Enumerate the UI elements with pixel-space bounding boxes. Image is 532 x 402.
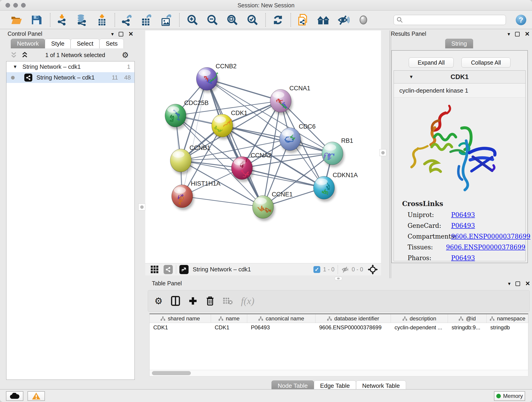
entry-expander-icon[interactable]: ▼ bbox=[409, 74, 413, 80]
panel-menu-icon[interactable]: ▾ bbox=[508, 281, 510, 287]
right-splitter-grip[interactable] bbox=[380, 149, 386, 156]
network-node-ccna1[interactable] bbox=[270, 89, 293, 115]
crosslink-link[interactable]: P06493 bbox=[451, 211, 475, 218]
network-edge[interactable] bbox=[182, 196, 263, 207]
network-node-ccne1[interactable] bbox=[253, 196, 275, 221]
help-icon[interactable]: ? bbox=[515, 13, 527, 26]
network-view-icon[interactable] bbox=[164, 265, 173, 274]
selected-checkbox-icon[interactable]: ✓ bbox=[313, 266, 320, 273]
save-session-icon[interactable] bbox=[30, 13, 43, 26]
import-network-file-icon[interactable] bbox=[56, 13, 69, 26]
table-cell[interactable]: P06493 bbox=[247, 323, 316, 332]
network-node-rb1[interactable] bbox=[322, 142, 344, 167]
network-graph[interactable]: CCNB2CCNA1CDC25BCDK1CDC6RB1CCNB1CCNA2CDK… bbox=[145, 31, 381, 263]
grid-view-icon[interactable] bbox=[150, 265, 159, 274]
panel-menu-icon[interactable]: ▾ bbox=[111, 31, 114, 37]
crosslink-link[interactable]: 9606.ENSP00000378699 bbox=[446, 244, 525, 251]
panel-close-icon[interactable]: ✕ bbox=[128, 31, 133, 38]
table-cell[interactable]: stringdb:9... bbox=[448, 323, 487, 332]
panel-close-icon[interactable]: ✕ bbox=[525, 280, 530, 287]
delete-icon[interactable] bbox=[206, 296, 215, 306]
search-input[interactable] bbox=[403, 16, 506, 24]
network-edge[interactable] bbox=[242, 168, 324, 188]
panel-float-icon[interactable] bbox=[119, 32, 123, 36]
export-table-icon[interactable] bbox=[140, 13, 152, 26]
table-cell[interactable]: 9606.ENSP00000378699 bbox=[316, 323, 391, 332]
network-node-cdk1[interactable] bbox=[212, 114, 234, 140]
table-cell[interactable]: CDK1 bbox=[150, 323, 211, 332]
zoom-fit-icon[interactable] bbox=[226, 13, 239, 26]
open-session-icon[interactable] bbox=[10, 13, 23, 26]
tree-expander-icon[interactable]: ▼ bbox=[13, 64, 17, 70]
import-network-database-icon[interactable] bbox=[75, 13, 88, 26]
network-node-cdc25b[interactable] bbox=[165, 104, 187, 129]
column-header-description[interactable]: description bbox=[391, 314, 448, 323]
warning-button[interactable] bbox=[27, 391, 45, 401]
network-node-hist1h1a[interactable] bbox=[172, 185, 194, 210]
clone-network-icon[interactable] bbox=[297, 13, 309, 26]
zoom-in-icon[interactable] bbox=[186, 13, 199, 26]
crosslink-link[interactable]: P06493 bbox=[451, 222, 475, 229]
import-table-icon[interactable] bbox=[95, 13, 108, 26]
columns-icon[interactable] bbox=[171, 296, 180, 306]
network-view-title: String Network – cdk1 bbox=[193, 266, 251, 273]
network-canvas[interactable]: CCNB2CCNA1CDC25BCDK1CDC6RB1CCNB1CCNA2CDK… bbox=[145, 31, 381, 263]
column-header-shared-name[interactable]: shared name bbox=[150, 314, 211, 323]
expand-all-icon[interactable] bbox=[21, 51, 29, 59]
delete-table-icon[interactable] bbox=[223, 297, 233, 305]
panel-menu-icon[interactable]: ▾ bbox=[507, 31, 510, 37]
export-image-icon[interactable] bbox=[160, 13, 172, 26]
gene-entry-header[interactable]: ▼ CDK1 bbox=[394, 70, 525, 83]
gear-icon[interactable]: ⚙ bbox=[122, 51, 129, 60]
column-header-database-identifier[interactable]: database identifier bbox=[316, 314, 391, 323]
column-header-@id[interactable]: @id bbox=[448, 314, 487, 323]
column-header-canonical-name[interactable]: canonical name bbox=[247, 314, 316, 323]
expand-all-button[interactable]: Expand All bbox=[409, 57, 454, 68]
cloud-button[interactable] bbox=[6, 391, 23, 401]
table-cell[interactable]: cyclin-dependent ... bbox=[391, 323, 448, 332]
table-row[interactable]: CDK1CDK1P064939606.ENSP00000378699cyclin… bbox=[150, 323, 528, 332]
network-edge[interactable] bbox=[207, 79, 263, 207]
network-node-ccnb2[interactable] bbox=[196, 67, 219, 93]
memory-button[interactable]: Memory bbox=[494, 391, 525, 401]
left-splitter-grip[interactable] bbox=[138, 204, 145, 211]
table-horizontal-scrollbar[interactable] bbox=[149, 370, 528, 376]
table-cell[interactable]: CDK1 bbox=[211, 323, 247, 332]
table-cell[interactable]: stringdb bbox=[487, 323, 529, 332]
panel-float-icon[interactable] bbox=[515, 32, 520, 36]
panel-close-icon[interactable]: ✕ bbox=[525, 31, 530, 38]
hidden-eye-icon[interactable] bbox=[341, 266, 349, 273]
network-row[interactable]: String Network – cdk1 11 48 bbox=[6, 72, 134, 83]
bottom-splitter-grip[interactable] bbox=[335, 277, 342, 280]
tab-sets[interactable]: Sets bbox=[99, 39, 124, 48]
tab-select[interactable]: Select bbox=[70, 39, 99, 48]
scrollbar-thumb[interactable] bbox=[152, 371, 191, 375]
fit-selected-crosshair-icon[interactable] bbox=[368, 264, 378, 274]
first-neighbors-icon[interactable] bbox=[317, 13, 330, 26]
add-column-icon[interactable] bbox=[188, 296, 197, 306]
tab-network[interactable]: Network bbox=[11, 39, 45, 48]
tab-style[interactable]: Style bbox=[45, 39, 70, 48]
zoom-out-icon[interactable] bbox=[206, 13, 219, 26]
export-network-icon[interactable] bbox=[120, 13, 133, 26]
network-collection-row[interactable]: ▼ String Network – cdk1 1 bbox=[6, 61, 134, 72]
function-icon[interactable]: f(x) bbox=[241, 295, 254, 306]
crosslink-link[interactable]: 9606.ENSP00000378699 bbox=[451, 233, 530, 240]
network-node-ccna2[interactable] bbox=[231, 157, 254, 182]
birdseye-view-icon[interactable] bbox=[179, 265, 189, 274]
panel-float-icon[interactable] bbox=[515, 281, 520, 286]
collapse-all-button[interactable]: Collapse All bbox=[462, 57, 510, 68]
show-all-icon[interactable] bbox=[357, 13, 370, 26]
crosslink-link[interactable]: P06493 bbox=[451, 254, 475, 262]
network-node-cdkn1a[interactable] bbox=[313, 176, 336, 202]
search-field[interactable] bbox=[394, 15, 506, 25]
gear-icon[interactable]: ⚙ bbox=[154, 296, 163, 306]
network-node-cdc6[interactable] bbox=[279, 128, 302, 153]
refresh-layout-icon[interactable] bbox=[272, 13, 284, 26]
column-header-name[interactable]: name bbox=[211, 314, 247, 323]
collapse-all-icon[interactable] bbox=[10, 51, 18, 59]
zoom-selected-icon[interactable] bbox=[246, 13, 259, 26]
tab-string[interactable]: String bbox=[445, 39, 473, 48]
column-header-namespace[interactable]: namespace bbox=[487, 314, 529, 323]
hide-selected-icon[interactable] bbox=[337, 13, 350, 26]
